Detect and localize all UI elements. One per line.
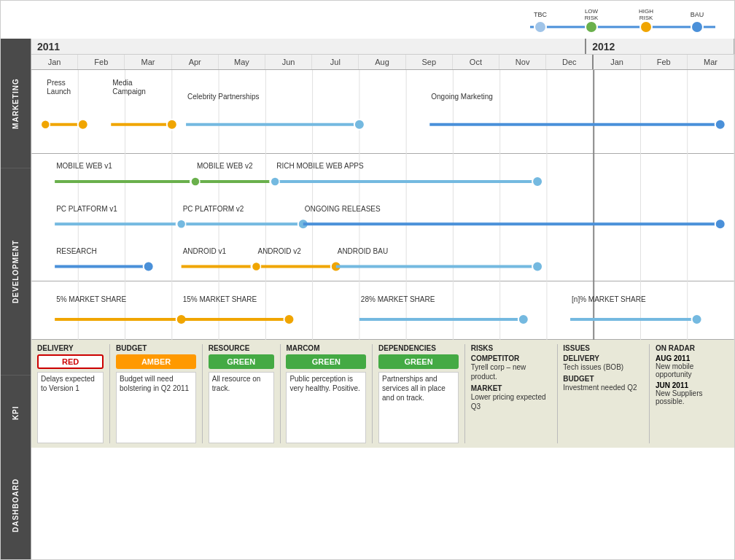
dashboard-column-budget: BUDGETAMBERBudget will need bolstering i… bbox=[116, 344, 196, 443]
svg-text:MOBILE WEB v1: MOBILE WEB v1 bbox=[56, 162, 112, 170]
svg-point-86 bbox=[252, 262, 260, 271]
month-cell: Aug bbox=[359, 55, 405, 69]
risks-header: RISKS bbox=[471, 344, 551, 352]
svg-text:Ongoing Marketing: Ongoing Marketing bbox=[431, 93, 493, 101]
row-label-development: DEVELOPMENT bbox=[1, 168, 31, 375]
svg-point-115 bbox=[518, 314, 529, 324]
risk-label: MARKET bbox=[471, 384, 551, 392]
dashboard-column-header: RESOURCE bbox=[209, 344, 274, 352]
dashboard-text: Public perception is very healthy. Posit… bbox=[286, 372, 366, 443]
on-radar-header: ON RADAR bbox=[656, 344, 728, 352]
svg-text:MOBILE WEB v2: MOBILE WEB v2 bbox=[197, 162, 253, 170]
svg-text:RISK: RISK bbox=[585, 15, 599, 21]
dashboard-badge: GREEN bbox=[209, 354, 274, 369]
svg-point-29 bbox=[78, 120, 88, 130]
svg-point-90 bbox=[532, 262, 542, 272]
svg-text:15% MARKET  SHARE: 15% MARKET SHARE bbox=[183, 295, 257, 303]
month-cell: Mar bbox=[688, 55, 734, 69]
month-cell: Oct bbox=[453, 55, 499, 69]
svg-text:Campaign: Campaign bbox=[112, 88, 146, 96]
dashboard-column-header: DEPENDENCIES bbox=[378, 344, 459, 352]
dashboard-divider bbox=[109, 344, 110, 443]
svg-point-1 bbox=[534, 21, 546, 33]
risks-column: RISKSCOMPETITORTyrell corp – new product… bbox=[471, 344, 551, 443]
time-header: 20112012 JanFebMarAprMayJunJulAugSepOctN… bbox=[31, 39, 734, 70]
dashboard-section: DELIVERYREDDelays expected to Version 1B… bbox=[31, 340, 734, 448]
svg-text:PC PLATFORM  v2: PC PLATFORM v2 bbox=[183, 205, 244, 213]
issues-header: ISSUES bbox=[563, 344, 643, 352]
dashboard-text: Delays expected to Version 1 bbox=[37, 372, 104, 443]
month-cell: Feb bbox=[641, 55, 688, 69]
issue-text: Tech issues (BOB) bbox=[563, 362, 643, 372]
svg-text:[n]% MARKET  SHARE: [n]% MARKET SHARE bbox=[572, 295, 646, 303]
dashboard-column-header: DELIVERY bbox=[37, 344, 104, 352]
dashboard-badge: RED bbox=[37, 354, 104, 369]
svg-text:BAU: BAU bbox=[691, 11, 704, 18]
radar-date: AUG 2011 bbox=[656, 354, 728, 362]
dashboard-text: All resource on track. bbox=[209, 372, 274, 443]
issues-column: ISSUESDELIVERYTech issues (BOB)BUDGETInv… bbox=[563, 344, 643, 443]
dashboard-column-marcom: MARCOMGREENPublic perception is very hea… bbox=[286, 344, 366, 443]
svg-point-62 bbox=[191, 177, 200, 186]
dashboard-divider bbox=[202, 344, 203, 443]
svg-text:ANDROID v2: ANDROID v2 bbox=[257, 247, 301, 255]
issue-text: Investment needed Q2 bbox=[563, 383, 643, 392]
svg-point-80 bbox=[144, 262, 154, 272]
svg-point-112 bbox=[284, 314, 294, 324]
dashboard-badge: GREEN bbox=[378, 354, 459, 369]
year-label: 2011 bbox=[31, 39, 586, 54]
svg-point-37 bbox=[354, 120, 365, 130]
dashboard-text: Partnerships and services all in place a… bbox=[378, 372, 459, 443]
dashboard-divider bbox=[649, 344, 650, 443]
svg-text:28% MARKET  SHARE: 28% MARKET SHARE bbox=[361, 295, 435, 303]
svg-text:PC PLATFORM  v1: PC PLATFORM v1 bbox=[56, 205, 117, 213]
svg-point-28 bbox=[41, 120, 50, 129]
year-label: 2012 bbox=[586, 39, 734, 54]
dashboard-badge: GREEN bbox=[286, 354, 366, 369]
svg-text:ONGOING RELEASES: ONGOING RELEASES bbox=[305, 205, 381, 213]
dashboard-column-header: BUDGET bbox=[116, 344, 196, 352]
svg-point-6 bbox=[640, 21, 652, 33]
risk-text: Tyrell corp – new product. bbox=[471, 362, 551, 381]
years-row: 20112012 bbox=[31, 39, 734, 55]
dashboard-divider bbox=[280, 344, 281, 443]
radar-date: JUN 2011 bbox=[656, 381, 728, 389]
dashboard-column-resource: RESOURCEGREENAll resource on track. bbox=[209, 344, 274, 443]
issue-item: BUDGETInvestment needed Q2 bbox=[563, 375, 643, 392]
dashboard-divider bbox=[464, 344, 465, 443]
svg-text:RISK: RISK bbox=[639, 15, 653, 21]
month-cell: Mar bbox=[125, 55, 171, 69]
header: TBCLOWRISKHIGHRISKBAU bbox=[1, 1, 734, 39]
svg-point-118 bbox=[692, 314, 702, 324]
row-label-kpi: KPI bbox=[1, 375, 31, 451]
month-cell: Jul bbox=[312, 55, 359, 69]
svg-point-40 bbox=[715, 120, 726, 130]
month-cell: May bbox=[219, 55, 265, 69]
svg-point-33 bbox=[167, 120, 177, 130]
risk-label: COMPETITOR bbox=[471, 354, 551, 362]
dashboard-column-dependencies: DEPENDENCIESGREENPartnerships and servic… bbox=[378, 344, 459, 443]
svg-point-67 bbox=[532, 176, 542, 187]
radar-item: AUG 2011New mobile opportunity bbox=[656, 354, 728, 378]
dashboard-divider bbox=[372, 344, 373, 443]
svg-text:LOW: LOW bbox=[585, 8, 599, 15]
radar-text: New mobile opportunity bbox=[656, 362, 728, 378]
svg-text:Press: Press bbox=[47, 79, 66, 87]
svg-text:TBC: TBC bbox=[534, 11, 548, 18]
dashboard-column-header: MARCOM bbox=[286, 344, 366, 352]
issue-label: BUDGET bbox=[563, 375, 643, 383]
row-labels: MARKETING DEVELOPMENT KPI DASHBOARD bbox=[1, 39, 31, 559]
development-section: MOBILE WEB v1MOBILE WEB v2RICH MOBILE WE… bbox=[31, 154, 734, 281]
legend-svg: TBCLOWRISKHIGHRISKBAU bbox=[518, 7, 723, 36]
svg-point-9 bbox=[691, 21, 703, 33]
month-cell: Nov bbox=[499, 55, 546, 69]
radar-item: JUN 2011New Suppliers possible. bbox=[656, 381, 728, 405]
dashboard-content: DELIVERYREDDelays expected to Version 1B… bbox=[31, 340, 734, 448]
risk-item: MARKETLower pricing expected Q3 bbox=[471, 384, 551, 411]
svg-point-3 bbox=[586, 21, 597, 33]
issue-item: DELIVERYTech issues (BOB) bbox=[563, 354, 643, 372]
radar-text: New Suppliers possible. bbox=[656, 389, 728, 405]
svg-text:Launch: Launch bbox=[47, 88, 71, 96]
issue-label: DELIVERY bbox=[563, 354, 643, 362]
svg-text:Celebrity Partnerships: Celebrity Partnerships bbox=[187, 93, 259, 101]
